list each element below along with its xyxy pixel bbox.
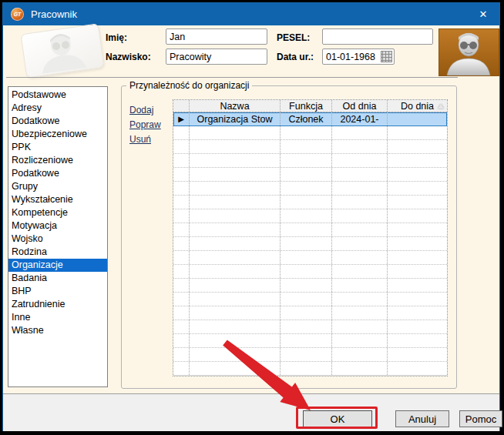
- popraw-link[interactable]: Popraw: [129, 119, 161, 130]
- sidebar-item-ubezpieczeniowe[interactable]: Ubezpieczeniowe: [8, 128, 107, 141]
- sidebar-list[interactable]: PodstawoweAdresyDodatkoweUbezpieczeniowe…: [8, 86, 108, 387]
- table-empty-row: [173, 251, 447, 265]
- sidebar-item-ppk[interactable]: PPK: [8, 141, 107, 154]
- empty-cell: [388, 168, 447, 181]
- empty-cell: [173, 320, 190, 333]
- sidebar-item-adresy[interactable]: Adresy: [8, 102, 107, 115]
- header-separator: [6, 77, 458, 78]
- first-name-input[interactable]: [166, 28, 267, 45]
- title-bar: GT Pracownik ✕: [3, 3, 499, 25]
- table-empty-row: [173, 293, 447, 306]
- pesel-input[interactable]: [322, 28, 433, 45]
- empty-cell: [281, 251, 332, 264]
- empty-cell: [332, 265, 388, 278]
- sidebar-item-badania[interactable]: Badania: [8, 272, 107, 285]
- empty-cell: [388, 348, 447, 361]
- sidebar-item-inne[interactable]: Inne: [8, 311, 107, 324]
- empty-cell: [332, 334, 388, 347]
- table-empty-row: [173, 154, 447, 168]
- sidebar-item-grupy[interactable]: Grupy: [8, 180, 107, 193]
- empty-cell: [281, 126, 332, 139]
- column-header-funkcja[interactable]: Funkcja: [281, 100, 332, 112]
- groupbox-title: Przynależność do organizacji: [126, 80, 252, 91]
- last-name-input[interactable]: [166, 49, 267, 65]
- empty-cell: [281, 279, 332, 292]
- empty-cell: [388, 334, 447, 347]
- empty-cell: [281, 334, 332, 347]
- sidebar-item-własne[interactable]: Własne: [8, 324, 107, 337]
- sidebar-item-organizacje[interactable]: Organizacje: [8, 259, 107, 272]
- sidebar-item-kompetencje[interactable]: Kompetencje: [8, 206, 107, 219]
- sidebar-item-zatrudnienie[interactable]: Zatrudnienie: [8, 298, 107, 311]
- cancel-button[interactable]: Anuluj: [395, 410, 449, 427]
- sidebar-item-podstawowe[interactable]: Podstawowe: [8, 89, 107, 102]
- sidebar-item-wykształcenie[interactable]: Wykształcenie: [8, 193, 107, 206]
- empty-cell: [281, 293, 332, 306]
- empty-cell: [173, 209, 190, 223]
- empty-cell: [173, 237, 190, 250]
- empty-cell: [388, 279, 447, 292]
- table-empty-row: [173, 320, 447, 334]
- dodaj-link[interactable]: Dodaj: [129, 105, 161, 115]
- empty-cell: [388, 265, 447, 278]
- empty-cell: [388, 362, 447, 375]
- empty-cell: [332, 279, 388, 292]
- groupbox-links: DodajPoprawUsuń: [129, 105, 161, 149]
- table-empty-row: [173, 334, 447, 348]
- empty-cell: [281, 320, 332, 333]
- empty-cell: [281, 223, 332, 236]
- column-header-od-dnia[interactable]: Od dnia: [332, 100, 388, 112]
- empty-cell: [190, 320, 281, 333]
- table-empty-row: [173, 140, 447, 154]
- usuń-link[interactable]: Usuń: [129, 134, 161, 145]
- empty-cell: [332, 251, 388, 264]
- empty-cell: [173, 154, 190, 167]
- column-header-nazwa[interactable]: Nazwa: [190, 100, 281, 112]
- column-header-do-dnia[interactable]: Do dnia: [388, 100, 447, 112]
- current-row-marker-icon: ▶: [178, 115, 184, 123]
- empty-cell: [173, 196, 190, 209]
- pesel-label: PESEL:: [277, 32, 310, 43]
- empty-cell: [173, 293, 190, 306]
- empty-cell: [173, 182, 190, 195]
- card-watermark: [20, 23, 104, 79]
- organizations-table[interactable]: NazwaFunkcjaOd dniaDo dnia▶Organizacja S…: [173, 99, 448, 376]
- empty-cell: [388, 237, 447, 250]
- sidebar-item-bhp[interactable]: BHP: [8, 285, 107, 298]
- empty-cell: [173, 223, 190, 236]
- sidebar-item-wojsko[interactable]: Wojsko: [8, 233, 107, 246]
- empty-cell: [332, 348, 388, 361]
- empty-cell: [388, 182, 447, 195]
- empty-cell: [281, 362, 332, 375]
- empty-cell: [332, 154, 388, 167]
- empty-cell: [173, 140, 190, 153]
- close-icon[interactable]: ✕: [467, 3, 499, 25]
- empty-cell: [332, 306, 388, 320]
- empty-cell: [388, 306, 447, 320]
- birth-date-label: Data ur.:: [277, 52, 314, 62]
- sidebar-item-podatkowe[interactable]: Podatkowe: [8, 167, 107, 180]
- window-title: Pracownik: [31, 8, 77, 20]
- empty-cell: [190, 306, 281, 320]
- empty-cell: [388, 293, 447, 306]
- table-row[interactable]: ▶Organizacja StowCzłonek2024-01-: [173, 112, 447, 126]
- sidebar-item-rodzina[interactable]: Rodzina: [8, 246, 107, 259]
- table-empty-row: [173, 223, 447, 237]
- sidebar-item-motywacja[interactable]: Motywacja: [8, 219, 107, 233]
- table-empty-row: [173, 306, 447, 320]
- empty-cell: [173, 168, 190, 181]
- empty-cell: [281, 209, 332, 223]
- empty-cell: [190, 251, 281, 264]
- employee-photo[interactable]: [438, 28, 499, 76]
- sort-ascending-icon: [438, 104, 444, 109]
- empty-cell: [281, 348, 332, 361]
- empty-cell: [281, 140, 332, 153]
- table-empty-row: [173, 168, 447, 182]
- calendar-icon[interactable]: [381, 51, 392, 62]
- ok-button[interactable]: OK: [303, 410, 372, 427]
- empty-cell: [388, 196, 447, 209]
- sidebar-item-dodatkowe[interactable]: Dodatkowe: [8, 115, 107, 128]
- sidebar-item-rozliczeniowe[interactable]: Rozliczeniowe: [8, 154, 107, 167]
- first-name-label: Imię:: [106, 32, 127, 43]
- help-button[interactable]: Pomoc: [459, 410, 502, 427]
